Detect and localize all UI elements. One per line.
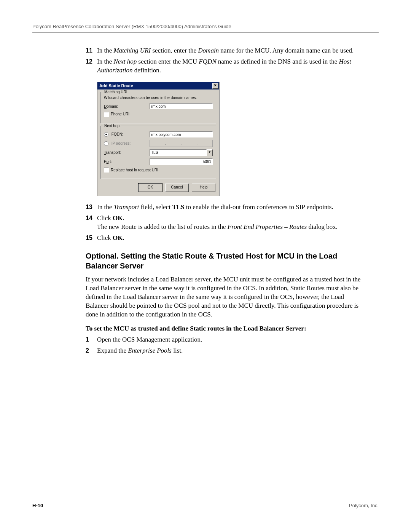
step-11: 11 In the Matching URI section, enter th… xyxy=(86,46,362,55)
port-input[interactable]: 5061 xyxy=(150,158,213,165)
main-content: 11 In the Matching URI section, enter th… xyxy=(86,46,362,355)
matching-uri-group: Matching URI Wildcard characters can be … xyxy=(100,92,216,123)
step-number: 2 xyxy=(86,347,89,355)
page-footer: H-10 Polycom, Inc. xyxy=(32,503,379,508)
ip-address-label: IP address: xyxy=(112,141,131,145)
domain-label: Domain: xyxy=(104,104,150,109)
step-text: Expand the Enterprise Pools list. xyxy=(97,347,183,354)
fqdn-label: FQDN: xyxy=(112,132,123,136)
sub-heading: To set the MCU as trusted and define Sta… xyxy=(86,324,362,333)
phone-uri-checkbox[interactable] xyxy=(104,112,109,117)
help-button[interactable]: Help xyxy=(192,184,215,192)
step-number: 15 xyxy=(86,234,92,242)
wildcard-note: Wildcard characters can be used in the d… xyxy=(104,95,213,101)
replace-host-label: Replace host in request URI xyxy=(111,168,158,173)
step-text: Click OK. xyxy=(97,234,124,241)
section-heading: Optional. Setting the Static Route & Tru… xyxy=(86,251,362,271)
ok-button[interactable]: OK xyxy=(139,184,162,192)
page-number: H-10 xyxy=(32,503,43,508)
page-header: Polycom RealPresence Collaboration Serve… xyxy=(32,24,379,33)
step-13: 13 In the Transport field, select TLS to… xyxy=(86,203,362,212)
transport-label: Transport: xyxy=(104,150,150,155)
transport-select[interactable]: TLS xyxy=(150,149,207,156)
group-label: Next hop xyxy=(103,123,121,129)
ip-address-radio[interactable] xyxy=(104,141,108,146)
dialog-titlebar: Add Static Route ✕ xyxy=(97,82,219,89)
phone-uri-label: Phone URI xyxy=(111,112,129,117)
step-number: 1 xyxy=(86,335,89,344)
ip-address-input: ... xyxy=(150,140,213,147)
replace-host-checkbox[interactable] xyxy=(104,168,109,173)
step-number: 13 xyxy=(86,203,92,211)
step-text: In the Next hop section enter the MCU FQ… xyxy=(97,58,351,74)
cancel-button[interactable]: Cancel xyxy=(165,184,189,192)
chevron-down-icon[interactable]: ▼ xyxy=(207,149,213,156)
close-icon[interactable]: ✕ xyxy=(212,83,218,89)
step-14: 14 Click OK. The new Route is added to t… xyxy=(86,214,362,232)
fqdn-input[interactable]: rmx.polycom.com xyxy=(150,131,213,137)
step-text: Click OK. The new Route is added to the … xyxy=(97,214,338,230)
domain-input[interactable]: rmx.com xyxy=(150,103,213,109)
dialog-title: Add Static Route xyxy=(99,83,133,89)
company-name: Polycom, Inc. xyxy=(349,503,379,508)
step-text: Open the OCS Management application. xyxy=(97,336,202,343)
paragraph: If your network includes a Load Balancer… xyxy=(86,275,362,319)
step-12: 12 In the Next hop section enter the MCU… xyxy=(86,58,362,75)
step-2: 2 Expand the Enterprise Pools list. xyxy=(86,347,362,355)
port-label: Port: xyxy=(104,159,150,165)
step-number: 11 xyxy=(86,46,92,55)
step-15: 15 Click OK. xyxy=(86,234,362,243)
step-number: 14 xyxy=(86,214,92,222)
step-1: 1 Open the OCS Management application. xyxy=(86,335,362,344)
next-hop-group: Next hop FQDN: rmx.polycom.com IP addres… xyxy=(100,126,216,179)
step-text: In the Matching URI section, enter the D… xyxy=(97,47,354,54)
step-text: In the Transport field, select TLS to en… xyxy=(97,203,333,211)
step-number: 12 xyxy=(86,58,92,66)
group-label: Matching URI xyxy=(103,89,129,95)
add-static-route-dialog: Add Static Route ✕ Matching URI Wildcard… xyxy=(97,82,220,197)
fqdn-radio[interactable] xyxy=(104,132,108,137)
